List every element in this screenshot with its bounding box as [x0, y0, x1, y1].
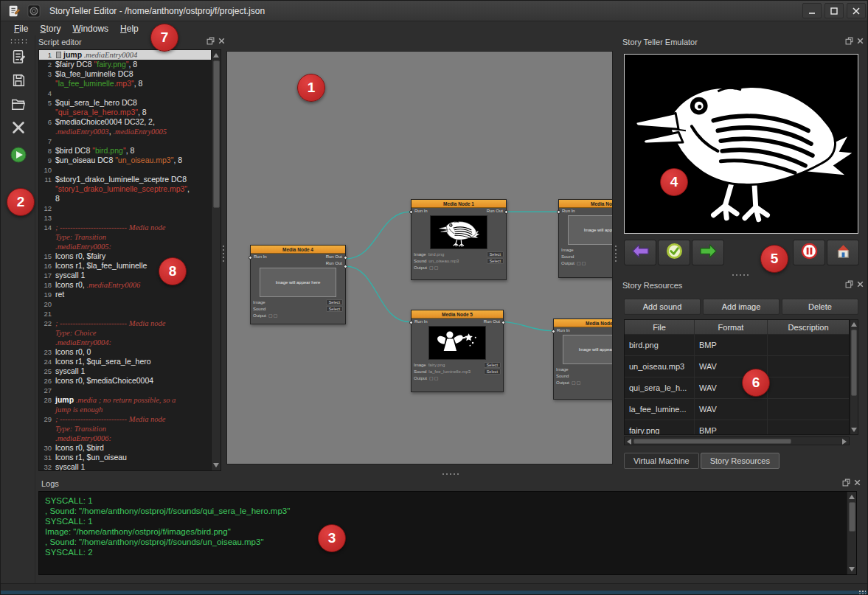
splitter-handle[interactable]: [450, 473, 451, 475]
node-graph-canvas[interactable]: Media Node 4Run InRun OutRun OutImage wi…: [226, 51, 613, 464]
output-pin[interactable]: [501, 321, 505, 324]
new-script-button[interactable]: [8, 48, 29, 69]
add-sound-button[interactable]: Add sound: [624, 299, 701, 315]
code-line[interactable]: "story1_drako_luminelle_sceptre.mp3",: [39, 184, 212, 194]
save-button[interactable]: [8, 72, 29, 92]
input-pin[interactable]: [552, 330, 555, 333]
back-button[interactable]: [624, 240, 656, 265]
code-line[interactable]: 3$la_fee_luminelle DC8: [39, 69, 212, 79]
code-line[interactable]: .mediaEntry0006:: [39, 434, 212, 443]
code-line[interactable]: 18lcons r0, .mediaEntry0006: [39, 280, 212, 290]
menu-help[interactable]: Help: [114, 23, 145, 35]
code-line[interactable]: 12: [39, 203, 212, 213]
toolbar-drag-handle[interactable]: [10, 38, 27, 44]
code-line[interactable]: 15lcons r0, $fairy: [39, 251, 212, 261]
output-pin[interactable]: [344, 265, 347, 268]
splitter-handle[interactable]: [740, 274, 741, 276]
code-line[interactable]: 5$qui_sera_le_hero DC8: [39, 98, 212, 108]
scroll-right-icon[interactable]: [842, 439, 847, 445]
code-line[interactable]: 26lcons r0, $mediaChoice0004: [39, 376, 212, 386]
code-line[interactable]: jump is enough: [39, 405, 212, 414]
menu-windows[interactable]: Windows: [66, 23, 114, 35]
code-line[interactable]: 6$mediaChoice0004 DC32, 2,: [39, 117, 212, 127]
script-editor[interactable]: 1jump .mediaEntry00042$fairy DC8 "fairy.…: [38, 49, 221, 471]
menu-file[interactable]: File: [8, 23, 34, 35]
input-pin[interactable]: [409, 210, 413, 214]
scroll-left-icon[interactable]: [627, 439, 631, 445]
code-line[interactable]: 25syscall 1: [39, 366, 212, 376]
code-line[interactable]: 22; -------------------------- Media nod…: [39, 319, 212, 328]
code-line[interactable]: "la_fee_luminelle.mp3", 8: [39, 79, 212, 88]
maximize-button[interactable]: [824, 3, 844, 18]
code-line[interactable]: .mediaEntry0003, .mediaEntry0005: [39, 127, 212, 136]
media-node[interactable]: Media Node 5Run InRun OutImagefairy.pngS…: [411, 310, 504, 392]
code-line[interactable]: 4: [39, 88, 212, 98]
float-dock-icon[interactable]: [842, 479, 850, 487]
input-pin[interactable]: [409, 321, 413, 324]
logs-scrollbar[interactable]: [847, 492, 856, 574]
float-dock-icon[interactable]: [845, 37, 853, 45]
table-row[interactable]: qui_sera_le_h...WAV: [625, 377, 849, 399]
code-line[interactable]: 21: [39, 309, 212, 319]
delete-button[interactable]: Delete: [782, 299, 858, 315]
input-pin[interactable]: [249, 256, 252, 260]
close-button[interactable]: [847, 3, 866, 18]
code-line[interactable]: .mediaEntry0004:: [39, 338, 212, 347]
resources-table-scrollbar[interactable]: [850, 319, 858, 435]
column-header-description[interactable]: Description: [768, 320, 849, 334]
code-line[interactable]: 29; -------------------------- Media nod…: [39, 414, 212, 424]
close-dock-icon[interactable]: [856, 37, 864, 45]
run-button[interactable]: [8, 146, 29, 167]
close-project-button[interactable]: [8, 119, 29, 139]
scroll-up-icon[interactable]: [213, 53, 219, 58]
table-row[interactable]: fairy.pngBMP: [625, 420, 849, 435]
select-image-button[interactable]: Select: [484, 362, 501, 368]
close-dock-icon[interactable]: [853, 479, 861, 487]
select-sound-button[interactable]: Select: [487, 258, 504, 264]
code-line[interactable]: 2$fairy DC8 "fairy.png", 8: [39, 60, 212, 69]
media-node[interactable]: Media Node 3Run InRun OutImage will appe…: [553, 319, 613, 400]
script-editor-scrollbar[interactable]: [211, 50, 221, 470]
splitter-handle[interactable]: [615, 253, 617, 254]
code-line[interactable]: 23lcons r0, 0: [39, 347, 212, 357]
menu-story[interactable]: Story: [34, 23, 66, 35]
column-header-file[interactable]: File: [625, 320, 695, 334]
code-line[interactable]: 11$story1_drako_luminelle_sceptre DC8: [39, 175, 212, 184]
code-line[interactable]: 8$bird DC8 "bird.png", 8: [39, 146, 212, 156]
code-line[interactable]: 8: [39, 194, 212, 203]
code-line[interactable]: Type: Transition: [39, 424, 212, 434]
add-image-button[interactable]: Add image: [703, 299, 780, 315]
resources-table[interactable]: FileFormatDescription bird.pngBMPun_oise…: [624, 319, 850, 435]
code-line[interactable]: 28jump .media ; no return possible, so a: [39, 395, 212, 405]
validate-button[interactable]: [658, 240, 690, 265]
code-line[interactable]: 32syscall 1: [39, 462, 212, 471]
forward-button[interactable]: [692, 240, 724, 265]
tab-virtual-machine[interactable]: Virtual Machine: [624, 453, 699, 469]
code-line[interactable]: 24lcons r1, $qui_sera_le_hero: [39, 357, 212, 366]
close-dock-icon[interactable]: [856, 280, 864, 288]
select-image-button[interactable]: Select: [487, 251, 504, 257]
node-action-icons[interactable]: ▢▢: [429, 375, 439, 380]
code-line[interactable]: 19ret: [39, 290, 212, 299]
code-line[interactable]: .mediaEntry0005:: [39, 242, 212, 251]
minimize-button[interactable]: [802, 3, 822, 18]
code-line[interactable]: 30lcons r0, $bird: [39, 443, 212, 453]
table-row[interactable]: un_oiseau.mp3WAV: [625, 356, 849, 377]
code-line[interactable]: 31lcons r1, $un_oiseau: [39, 453, 212, 462]
code-line[interactable]: 1jump .mediaEntry0004: [39, 50, 212, 60]
table-row[interactable]: bird.pngBMP: [625, 335, 849, 356]
code-line[interactable]: 20: [39, 299, 212, 309]
open-button[interactable]: [8, 95, 29, 116]
media-node[interactable]: Media Node 2Run InRun OutImage will appe…: [558, 199, 613, 278]
close-dock-icon[interactable]: [218, 37, 226, 45]
code-line[interactable]: Type: Choice: [39, 328, 212, 338]
media-node[interactable]: Media Node 1Run InRun OutImagebird.pngSe…: [411, 199, 507, 280]
float-dock-icon[interactable]: [845, 280, 853, 288]
media-node[interactable]: Media Node 4Run InRun OutRun OutImage wi…: [250, 245, 346, 324]
pause-button[interactable]: [793, 240, 825, 265]
output-pin[interactable]: [344, 256, 347, 260]
output-pin[interactable]: [504, 210, 508, 214]
resources-table-hscrollbar[interactable]: [624, 436, 850, 445]
node-action-icons[interactable]: ▢▢: [572, 380, 581, 385]
tab-story-resources[interactable]: Story Resources: [701, 453, 780, 469]
